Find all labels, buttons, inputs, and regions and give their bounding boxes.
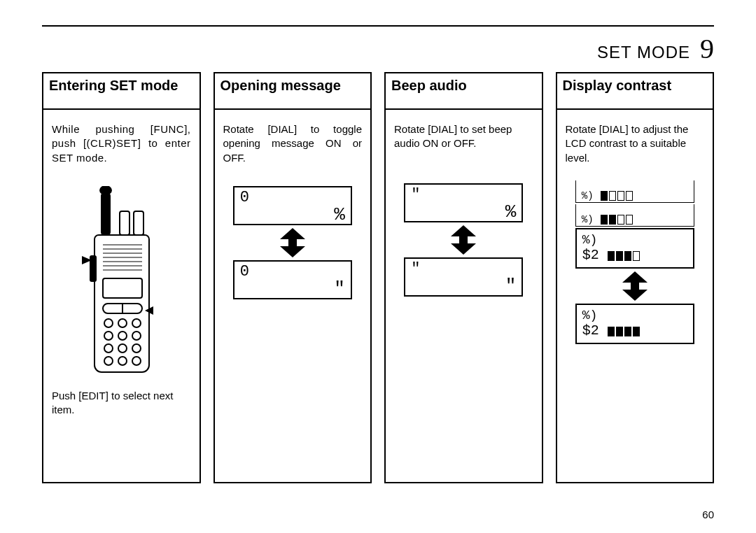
col-title: Beep audio: [386, 73, 542, 110]
lcd-value: ": [411, 187, 420, 203]
lcd-label-top: %): [582, 234, 687, 248]
lcd-beep-off: " ": [404, 257, 523, 297]
svg-point-16: [132, 319, 141, 327]
lcd-value: %: [505, 203, 517, 221]
col-beep-audio: Beep audio Rotate [DIAL] to set beep aud…: [384, 72, 543, 483]
lcd-label-bot: $2: [582, 323, 599, 339]
lcd-value: 0: [240, 190, 249, 206]
svg-point-24: [118, 357, 127, 365]
bar-segment: [626, 191, 633, 201]
contrast-bars: [601, 213, 633, 225]
bar-segment: [608, 327, 615, 336]
svg-point-23: [104, 357, 113, 365]
svg-point-15: [118, 319, 127, 327]
svg-marker-31: [622, 271, 648, 301]
col-display-contrast: Display contrast Rotate [DIAL] to adjust…: [556, 72, 715, 483]
svg-point-17: [104, 332, 113, 340]
handheld-radio-icon: [72, 186, 170, 375]
bar-segment: [608, 251, 615, 261]
col-title: Opening message: [215, 73, 371, 110]
lcd-opening-on: 0 %: [233, 186, 352, 225]
lcd-value: ": [334, 280, 345, 298]
lcd-value: 0: [240, 264, 249, 280]
bar-segment: [633, 327, 640, 336]
contrast-bars: [608, 250, 640, 261]
top-rule: [42, 25, 714, 27]
lcd-label-top: %): [582, 309, 687, 323]
bar-segment: [617, 191, 624, 201]
col-title: Entering SET mode: [43, 73, 200, 110]
bar-segment: [624, 251, 631, 261]
col-opening-message: Opening message Rotate [DIAL] to toggle …: [214, 72, 372, 483]
lcd-value: ": [505, 277, 517, 295]
svg-rect-2: [120, 211, 130, 235]
bar-segment: [626, 215, 633, 225]
lcd-contrast-level: %): [575, 180, 694, 203]
contrast-examples: %)%)%)$2%)$2: [566, 180, 705, 344]
section-title: SET MODE: [597, 43, 690, 62]
svg-point-20: [104, 344, 113, 353]
bar-segment: [616, 251, 623, 261]
bar-segment: [624, 327, 631, 336]
section-number: 9: [700, 32, 714, 65]
lcd-label-bot: $2: [582, 248, 599, 263]
svg-point-18: [118, 332, 127, 340]
col-body: Rotate [DIAL] to toggle opening message …: [215, 110, 371, 482]
bar-segment: [601, 215, 608, 225]
svg-point-25: [132, 357, 141, 365]
contrast-bars: [601, 190, 633, 201]
lcd-value: %: [334, 206, 345, 224]
svg-point-22: [132, 344, 141, 353]
page-header: SET MODE 9: [42, 32, 714, 65]
svg-rect-11: [103, 278, 142, 298]
svg-point-14: [104, 319, 113, 327]
footer-instruction: Push [EDIT] to select next item.: [52, 389, 191, 418]
bar-segment: [633, 251, 640, 261]
lcd-value: ": [411, 262, 420, 277]
col-body: Rotate [DIAL] to adjust the LCD contrast…: [557, 110, 713, 482]
bar-segment: [609, 191, 616, 201]
lcd-beep-on: " %: [404, 183, 523, 222]
instruction-text: Rotate [DIAL] to toggle opening message …: [223, 122, 363, 165]
instruction-text: While pushing [FUNC], push [(CLR)SET] to…: [52, 122, 191, 165]
lcd-label-top: %): [582, 192, 594, 201]
bar-segment: [609, 215, 616, 225]
columns-container: Entering SET mode While pushing [FUNC], …: [42, 72, 714, 483]
col-entering-set-mode: Entering SET mode While pushing [FUNC], …: [42, 72, 201, 483]
bar-segment: [601, 191, 608, 201]
updown-arrow-icon: [620, 271, 650, 301]
svg-rect-26: [90, 256, 96, 281]
lcd-contrast-level: %)$2: [575, 228, 694, 269]
lcd-contrast-level: %)$2: [575, 304, 694, 344]
lcd-label-top: %): [582, 215, 594, 225]
page-number: 60: [702, 509, 714, 520]
svg-rect-0: [102, 193, 110, 235]
bar-segment: [616, 327, 623, 336]
bar-segment: [617, 215, 624, 225]
svg-marker-30: [451, 225, 476, 255]
svg-rect-3: [134, 211, 144, 235]
col-body: While pushing [FUNC], push [(CLR)SET] to…: [43, 110, 200, 482]
svg-point-19: [132, 332, 141, 340]
svg-point-21: [118, 344, 127, 353]
updown-arrow-icon: [277, 228, 308, 257]
col-title: Display contrast: [557, 73, 713, 110]
instruction-text: Rotate [DIAL] to adjust the LCD contrast…: [566, 122, 705, 165]
col-body: Rotate [DIAL] to set beep audio ON or OF…: [386, 110, 542, 482]
manual-page: SET MODE 9 Entering SET mode While pushi…: [0, 0, 756, 533]
updown-arrow-icon: [448, 225, 479, 255]
svg-point-1: [100, 186, 111, 194]
instruction-text: Rotate [DIAL] to set beep audio ON or OF…: [394, 122, 533, 151]
lcd-contrast-level: %): [575, 204, 694, 227]
lcd-opening-off: 0 ": [233, 260, 352, 299]
contrast-bars: [608, 325, 640, 336]
svg-marker-29: [280, 228, 305, 257]
